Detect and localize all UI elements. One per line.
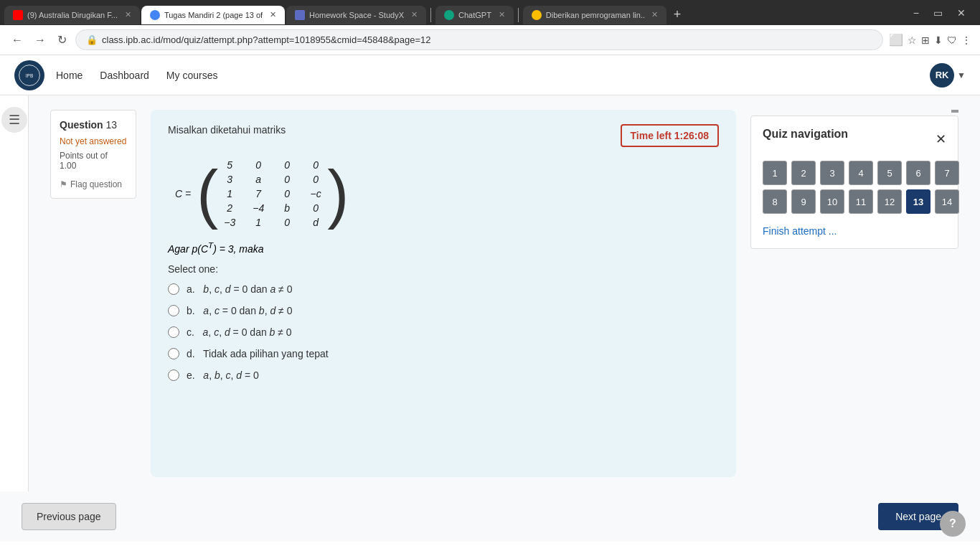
tab-chatgpt-close[interactable]: ✕ — [499, 10, 505, 19]
quiz-nav-btn-5[interactable]: 5 — [877, 161, 902, 185]
quiz-nav-btn-4[interactable]: 4 — [849, 161, 873, 185]
sidebar-toggle: ☰ — [0, 95, 29, 491]
nav-mycourses[interactable]: My courses — [166, 67, 218, 84]
matrix-row-3: 1 7 0 −c — [221, 187, 324, 200]
tab-google[interactable]: Diberikan pemrograman lin... ✕ — [523, 6, 666, 24]
svg-text:IPB: IPB — [26, 73, 33, 78]
tab-yt-close[interactable]: ✕ — [125, 10, 131, 19]
maximize-button[interactable]: ▭ — [929, 6, 947, 20]
option-a[interactable]: a. b, c, d = 0 dan a ≠ 0 — [168, 283, 719, 295]
tab-homework[interactable]: Homework Space - StudyX ✕ — [286, 6, 426, 24]
radio-b[interactable] — [168, 305, 179, 316]
cell-1-3: 0 — [278, 159, 296, 171]
nav-user: RK ▼ — [930, 63, 966, 88]
tab-chatgpt[interactable]: ChatGPT ✕ — [435, 6, 514, 24]
option-b[interactable]: b. a, c = 0 dan b, d ≠ 0 — [168, 305, 719, 316]
window-controls: − ▭ ✕ — [903, 6, 976, 24]
flag-question-button[interactable]: ⚑ Flag question — [60, 179, 122, 189]
user-dropdown-arrow[interactable]: ▼ — [957, 70, 966, 80]
option-d[interactable]: d. Tidak ada pilihan yang tepat — [168, 348, 719, 359]
quiz-nav-title: Quiz navigation — [763, 128, 848, 141]
nav-home[interactable]: Home — [56, 67, 83, 84]
tab-tugas-close[interactable]: ✕ — [270, 10, 276, 19]
quiz-nav-btn-7[interactable]: 7 — [935, 161, 959, 185]
cell-4-4: 0 — [307, 202, 324, 214]
tab-hw-close[interactable]: ✕ — [411, 10, 418, 19]
quiz-nav-btn-12[interactable]: 12 — [877, 189, 902, 214]
profile-icon[interactable]: ⊞ — [921, 34, 930, 46]
tab-youtube[interactable]: (9) Australia Dirugikan F... ✕ — [4, 6, 140, 24]
tab-tugas[interactable]: Tugas Mandiri 2 (page 13 of... ✕ — [141, 6, 285, 24]
hamburger-icon[interactable]: ☰ — [1, 107, 27, 133]
address-bar: ← → ↻ 🔒 class.ipb.ac.id/mod/quiz/attempt… — [0, 25, 980, 55]
quiz-nav-btn-6[interactable]: 6 — [906, 161, 930, 185]
radio-c[interactable] — [168, 326, 179, 338]
option-c[interactable]: c. a, c, d = 0 dan b ≠ 0 — [168, 326, 719, 338]
tab-google-label: Diberikan pemrograman lin... — [546, 11, 644, 19]
cell-3-3: 0 — [278, 188, 296, 199]
user-avatar[interactable]: RK — [930, 63, 954, 88]
question-points: Points out of 1.00 — [60, 151, 127, 171]
quiz-nav-btn-11[interactable]: 11 — [849, 189, 873, 214]
nav-buttons: Previous page Next page — [0, 491, 980, 542]
cell-3-1: 1 — [221, 188, 238, 199]
matrix-equation: C = ( 5 0 0 0 3 — [175, 159, 719, 229]
quiz-nav-btn-13[interactable]: 13 — [906, 189, 930, 214]
cell-3-2: 7 — [250, 188, 267, 199]
cell-5-2: 1 — [250, 217, 267, 228]
menu-icon[interactable]: ⋮ — [961, 34, 971, 46]
download-icon[interactable]: ⬇ — [934, 34, 943, 46]
option-e[interactable]: e. a, b, c, d = 0 — [168, 369, 719, 381]
option-d-label: d. Tidak ada pilihan yang tepat — [187, 348, 329, 359]
cell-2-1: 3 — [221, 174, 238, 185]
question-panel: Question 13 Not yet answered Points out … — [50, 110, 136, 477]
previous-page-button[interactable]: Previous page — [22, 503, 116, 530]
quiz-nav-btn-3[interactable]: 3 — [820, 161, 844, 185]
finish-attempt-link[interactable]: Finish attempt ... — [763, 225, 837, 237]
lock-icon: 🔒 — [86, 34, 98, 45]
reload-button[interactable]: ↻ — [55, 30, 70, 50]
extension-icon[interactable]: 🛡 — [947, 34, 957, 46]
bookmark-icon[interactable]: ☆ — [908, 34, 917, 46]
page: IPB Home Dashboard My courses RK ▼ ☰ Que… — [0, 55, 980, 542]
quiz-nav-btn-1[interactable]: 1 — [763, 161, 787, 185]
quiz-nav-btn-9[interactable]: 9 — [791, 189, 816, 214]
cell-4-3: b — [278, 202, 296, 214]
tab-google-close[interactable]: ✕ — [651, 10, 658, 19]
cell-4-2: −4 — [250, 202, 267, 214]
close-nav-icon[interactable]: ✕ — [936, 131, 946, 147]
new-tab-button[interactable]: + — [668, 4, 687, 25]
radio-a[interactable] — [168, 283, 179, 295]
tab-bar: (9) Australia Dirugikan F... ✕ Tugas Man… — [0, 0, 980, 25]
scroll-top-indicator — [951, 110, 958, 113]
options-list: a. b, c, d = 0 dan a ≠ 0 b. a, c = 0 dan… — [168, 283, 719, 381]
logo: IPB — [14, 60, 44, 90]
matrix-row-5: −3 1 0 d — [221, 216, 324, 229]
quiz-nav-btn-2[interactable]: 2 — [791, 161, 816, 185]
back-button[interactable]: ← — [9, 31, 26, 50]
question-status: Not yet answered — [60, 136, 127, 146]
quiz-nav-btn-14[interactable]: 14 — [935, 189, 959, 214]
url-box[interactable]: 🔒 class.ipb.ac.id/mod/quiz/attempt.php?a… — [75, 29, 883, 50]
translate-icon[interactable]: ⬜ — [889, 33, 903, 47]
minimize-button[interactable]: − — [909, 6, 923, 20]
youtube-favicon — [13, 10, 23, 20]
tugas-favicon — [150, 10, 160, 20]
close-button[interactable]: ✕ — [953, 6, 970, 20]
question-number: 13 — [106, 119, 118, 131]
help-button[interactable]: ? — [940, 511, 966, 537]
browser-chrome: (9) Australia Dirugikan F... ✕ Tugas Man… — [0, 0, 980, 55]
radio-e[interactable] — [168, 369, 179, 381]
quiz-nav-btn-8[interactable]: 8 — [763, 189, 787, 214]
tab-yt-label: (9) Australia Dirugikan F... — [27, 11, 118, 19]
cell-2-3: 0 — [278, 174, 296, 185]
quiz-nav-btn-10[interactable]: 10 — [820, 189, 844, 214]
nav-links: Home Dashboard My courses — [56, 67, 217, 84]
flag-label: Flag question — [70, 179, 122, 189]
right-panel: Quiz navigation ✕ 1234567891011121314 Fi… — [750, 110, 958, 477]
bracket-right: ) — [327, 166, 349, 222]
forward-button[interactable]: → — [32, 31, 49, 50]
nav-dashboard[interactable]: Dashboard — [100, 67, 149, 84]
question-box: Question 13 Not yet answered Points out … — [50, 110, 136, 199]
radio-d[interactable] — [168, 348, 179, 359]
